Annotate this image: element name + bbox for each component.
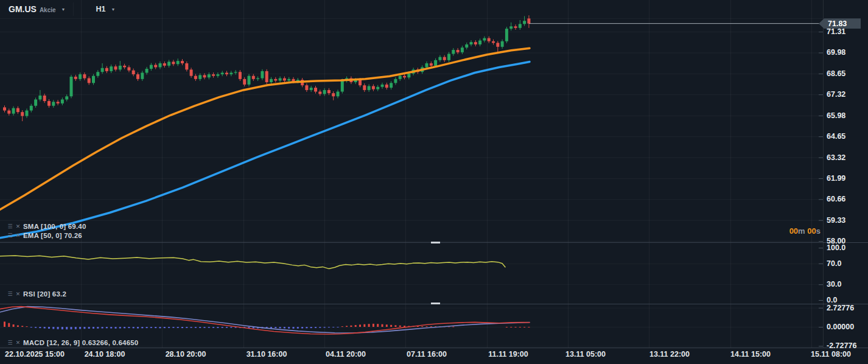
macd-histogram-bar bbox=[110, 327, 112, 329]
candle bbox=[74, 77, 77, 79]
macd-histogram-bar bbox=[164, 327, 166, 328]
indicator-label: SMA [100, 0] 69.40 bbox=[23, 223, 86, 230]
price-axis-label: 64.65 bbox=[827, 132, 845, 141]
candle bbox=[376, 87, 379, 89]
ema50-line bbox=[0, 48, 530, 209]
last-price-value: 71.83 bbox=[828, 19, 847, 28]
candle bbox=[323, 90, 326, 94]
candle bbox=[523, 21, 526, 24]
candle bbox=[390, 83, 393, 88]
indicator-remove-icon[interactable]: ✕ bbox=[14, 290, 22, 298]
macd-histogram-bar bbox=[181, 327, 183, 328]
candle bbox=[430, 63, 433, 66]
macd-histogram-bar bbox=[30, 327, 32, 327]
macd-histogram-bar bbox=[394, 325, 396, 327]
time-axis-label: 15.11 08:00 bbox=[811, 350, 851, 359]
panel-resize-handle[interactable] bbox=[431, 242, 440, 243]
candle bbox=[101, 68, 104, 72]
candle bbox=[483, 38, 486, 41]
candle bbox=[478, 41, 481, 44]
candle bbox=[181, 61, 184, 63]
candle bbox=[332, 93, 335, 96]
candle bbox=[79, 74, 82, 79]
macd-histogram-bar bbox=[230, 327, 232, 327]
chart-surface[interactable] bbox=[0, 0, 868, 364]
macd-histogram-bar bbox=[452, 326, 454, 327]
candle bbox=[438, 57, 441, 60]
macd-axis-label: -2.72776 bbox=[827, 341, 856, 350]
candle bbox=[57, 102, 60, 103]
time-axis-label: 22.10.2025 15:00 bbox=[5, 350, 65, 359]
macd-histogram-bar bbox=[426, 326, 428, 327]
candle bbox=[492, 41, 495, 43]
candle bbox=[119, 66, 122, 69]
price-axis-label: 59.33 bbox=[827, 216, 845, 225]
price-axis-label: 67.32 bbox=[827, 90, 845, 99]
candle bbox=[252, 76, 255, 79]
candle bbox=[363, 85, 366, 90]
symbol-label: GM.US bbox=[9, 4, 37, 14]
candle bbox=[452, 50, 455, 54]
indicator-settings-icon[interactable]: ☰ bbox=[6, 223, 14, 230]
macd-histogram-bar bbox=[128, 327, 130, 328]
macd-line bbox=[0, 307, 530, 334]
macd-histogram-bar bbox=[133, 327, 135, 328]
time-axis-label: 11.11 19:00 bbox=[488, 350, 528, 359]
candle bbox=[368, 86, 371, 89]
indicator-settings-icon[interactable]: ☰ bbox=[6, 232, 14, 239]
macd-histogram-bar bbox=[8, 323, 10, 327]
macd-histogram-bar bbox=[21, 326, 23, 327]
candle bbox=[70, 77, 73, 96]
rsi-axis-label: 30.0 bbox=[827, 280, 841, 289]
candle bbox=[372, 86, 375, 89]
macd-histogram-bar bbox=[319, 327, 321, 328]
macd-histogram-bar bbox=[270, 327, 272, 328]
macd-histogram-bar bbox=[386, 324, 388, 327]
macd-histogram-bar bbox=[79, 327, 81, 329]
macd-histogram-bar bbox=[195, 327, 197, 328]
candle bbox=[47, 101, 51, 106]
price-axis-label: 71.31 bbox=[827, 27, 845, 36]
candle bbox=[399, 76, 402, 79]
time-axis-label: 24.10 18:00 bbox=[85, 350, 125, 359]
timeframe-selector[interactable]: H1 ▼ bbox=[89, 5, 123, 13]
macd-histogram-bar bbox=[137, 327, 139, 329]
macd-histogram-bar bbox=[523, 327, 525, 327]
macd-histogram-bar bbox=[124, 327, 125, 328]
candle bbox=[318, 92, 321, 94]
panel-resize-handle[interactable] bbox=[431, 303, 440, 304]
macd-histogram-bar bbox=[115, 327, 117, 329]
macd-histogram-bar bbox=[44, 327, 46, 329]
macd-histogram-bar bbox=[155, 327, 156, 328]
candle bbox=[132, 71, 135, 74]
macd-histogram-bar bbox=[515, 327, 517, 327]
macd-histogram-bar bbox=[359, 324, 361, 327]
candle bbox=[163, 63, 166, 66]
indicator-settings-icon[interactable]: ☰ bbox=[6, 290, 14, 298]
macd-histogram-bar bbox=[52, 327, 54, 329]
indicator-remove-icon[interactable]: ✕ bbox=[14, 232, 22, 239]
macd-histogram-bar bbox=[279, 327, 281, 328]
macd-histogram-bar bbox=[177, 327, 179, 328]
macd-histogram-bar bbox=[4, 321, 5, 327]
macd-histogram-bar bbox=[373, 324, 374, 327]
candle bbox=[443, 57, 446, 60]
candle bbox=[327, 90, 331, 93]
macd-histogram-bar bbox=[421, 326, 423, 327]
candle bbox=[256, 79, 259, 79]
symbol-selector[interactable]: GM.US Akcie ▼ bbox=[0, 4, 72, 14]
candle bbox=[434, 60, 437, 66]
macd-histogram-bar bbox=[301, 327, 303, 329]
candle bbox=[310, 88, 313, 90]
candle bbox=[216, 74, 219, 76]
indicator-remove-icon[interactable]: ✕ bbox=[14, 223, 22, 230]
candle bbox=[30, 106, 33, 111]
macd-histogram-bar bbox=[306, 327, 307, 328]
indicator-remove-icon[interactable]: ✕ bbox=[14, 339, 22, 346]
indicator-settings-icon[interactable]: ☰ bbox=[6, 339, 14, 346]
candle bbox=[221, 73, 224, 75]
indicator-legend-rsi: ☰ ✕ RSI [20] 63.2 bbox=[6, 290, 66, 298]
price-axis-label: 68.65 bbox=[827, 69, 845, 78]
candle bbox=[127, 67, 130, 70]
candle bbox=[425, 63, 429, 67]
